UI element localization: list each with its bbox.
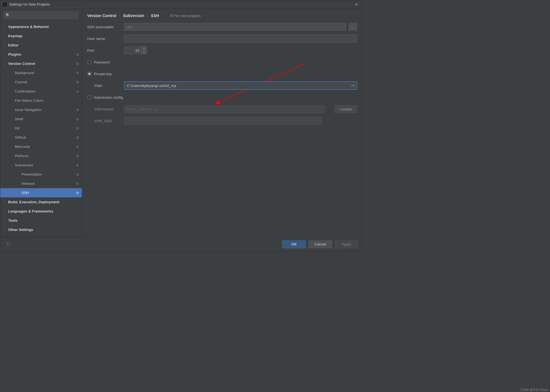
sidebar-item-version-control[interactable]: ⌄Version Control⧉: [0, 59, 82, 68]
radio-private-key-label: Private key: [94, 72, 112, 76]
sidebar-item-subversion[interactable]: ⌄Subversion⧉: [0, 160, 82, 170]
sidebar-item-label: Confirmation: [14, 89, 75, 93]
sidebar-item-label: Editor: [7, 43, 80, 47]
copy-icon: ⧉: [75, 80, 80, 84]
main-panel: Version Control › Subversion › SSH ⧉ For…: [82, 9, 362, 237]
sidebar-item-other-settings[interactable]: ›Other Settings: [0, 225, 82, 234]
sidebar-item-editor[interactable]: ›Editor: [0, 41, 82, 50]
footer: ? OK Cancel Apply: [0, 237, 362, 251]
sidebar-item-label: Build, Execution, Deployment: [7, 200, 80, 204]
copy-icon: ⧉: [75, 71, 80, 75]
chevron-icon: ⌄: [3, 62, 7, 65]
username-input[interactable]: [124, 35, 357, 42]
chevron-icon: ›: [3, 228, 7, 231]
sidebar-item-label: Appearance & Behavior: [7, 25, 80, 29]
sidebar-item-keymap[interactable]: ›Keymap: [0, 31, 82, 41]
copy-icon: ⧉: [75, 173, 80, 176]
radio-password[interactable]: Password: [87, 60, 110, 64]
sidebar-item-label: Subversion: [14, 163, 75, 167]
chevron-icon: ›: [3, 25, 7, 28]
stepper-up-icon[interactable]: ▲: [141, 47, 147, 51]
ssh-executable-input[interactable]: [124, 23, 346, 31]
sidebar: 🔍 ›Appearance & Behavior›Keymap›Editor›P…: [0, 9, 82, 237]
settings-tree: ›Appearance & Behavior›Keymap›Editor›Plu…: [0, 21, 82, 237]
chevron-icon: ›: [3, 210, 7, 213]
radio-private-key[interactable]: Private key: [87, 72, 112, 76]
radio-subversion-config-label: Subversion config: [94, 95, 123, 100]
sidebar-item-label: Other Settings: [7, 228, 80, 232]
sidebar-item-background[interactable]: ›Background⧉: [0, 68, 82, 77]
settings-window: IJ Settings for New Projects ✕ 🔍 ›Appear…: [0, 0, 362, 252]
for-new-projects-hint: ⧉ For new projects: [170, 13, 201, 18]
search-icon: 🔍: [6, 13, 10, 17]
copy-icon: ⧉: [75, 117, 80, 121]
breadcrumb-item[interactable]: SSH: [151, 13, 159, 18]
sidebar-item-perforce[interactable]: ›Perforce⧉: [0, 151, 82, 160]
copy-icon: ⧉: [75, 62, 80, 66]
radio-icon: [87, 72, 92, 76]
radio-password-label: Password: [94, 60, 110, 64]
app-icon: IJ: [3, 2, 7, 7]
sidebar-item-languages-frameworks[interactable]: ›Languages & Frameworks: [0, 207, 82, 216]
sidebar-item-github[interactable]: ›GitHub⧉: [0, 133, 82, 142]
copy-icon: ⧉: [75, 136, 80, 140]
ok-button[interactable]: OK: [282, 240, 306, 248]
copy-icon: ⧉: [75, 108, 80, 112]
window-title: Settings for New Projects: [9, 2, 353, 6]
svn-ssh-label: SVN_SSH:: [94, 119, 121, 123]
breadcrumb-item[interactable]: Subversion: [123, 13, 144, 18]
radio-subversion-config[interactable]: Subversion config: [87, 95, 123, 100]
sidebar-item-label: Perforce: [14, 154, 75, 158]
sidebar-item-tools[interactable]: ›Tools: [0, 216, 82, 225]
breadcrumb-item[interactable]: Version Control: [87, 13, 116, 18]
sidebar-item-plugins[interactable]: ›Plugins⧉: [0, 50, 82, 59]
help-button[interactable]: ?: [4, 241, 11, 248]
sidebar-item-mercurial[interactable]: ›Mercurial⧉: [0, 142, 82, 151]
copy-icon: ⧉: [75, 145, 80, 149]
sidebar-item-label: GitHub: [14, 135, 75, 140]
search-input[interactable]: [4, 11, 79, 19]
sidebar-item-label: Commit: [14, 80, 75, 84]
sidebar-item-label: Background: [14, 71, 75, 75]
private-key-path-input[interactable]: [124, 81, 357, 90]
close-icon[interactable]: ✕: [353, 2, 360, 7]
apply-button[interactable]: Apply: [335, 240, 358, 248]
sidebar-item-shelf[interactable]: ›Shelf⧉: [0, 114, 82, 124]
sidebar-item-label: Version Control: [7, 62, 75, 66]
sidebar-item-issue-navigation[interactable]: ›Issue Navigation⧉: [0, 105, 82, 114]
ssh-tunnel-label: SSH tunnel:: [94, 107, 121, 111]
sidebar-item-ssh[interactable]: ›SSH⧉: [0, 188, 82, 197]
sidebar-item-label: Issue Navigation: [14, 108, 75, 112]
sidebar-item-label: Languages & Frameworks: [7, 209, 80, 213]
folder-icon[interactable]: 🗁: [351, 83, 355, 88]
port-stepper[interactable]: ▲ ▼: [124, 46, 147, 54]
sidebar-item-label: File Status Colors: [14, 98, 80, 103]
radio-icon: [87, 95, 92, 100]
sidebar-item-file-status-colors[interactable]: ›File Status Colors: [0, 96, 82, 105]
sidebar-item-network[interactable]: ›Network⧉: [0, 179, 82, 188]
copy-icon: ⧉: [75, 53, 80, 56]
port-input[interactable]: [124, 46, 141, 54]
sidebar-item-confirmation[interactable]: ›Confirmation⧉: [0, 87, 82, 96]
sidebar-item-build-execution-deployment[interactable]: ›Build, Execution, Deployment: [0, 197, 82, 207]
sidebar-item-label: Keymap: [7, 34, 80, 38]
chevron-icon: ⌄: [10, 164, 14, 167]
sidebar-item-commit[interactable]: ›Commit⧉: [0, 77, 82, 87]
copy-icon: ⧉: [75, 154, 80, 158]
sidebar-item-label: Presentation: [20, 172, 75, 176]
chevron-right-icon: ›: [119, 14, 120, 17]
copy-icon: ⧉: [75, 182, 80, 186]
sidebar-item-appearance-behavior[interactable]: ›Appearance & Behavior: [0, 22, 82, 31]
sidebar-item-label: Git: [14, 126, 75, 130]
breadcrumb: Version Control › Subversion › SSH ⧉ For…: [82, 9, 362, 23]
browse-executable-button[interactable]: …: [349, 23, 357, 31]
stepper-down-icon[interactable]: ▼: [141, 51, 147, 54]
ssh-form: SSH executable: … User name: Port: ▲ ▼: [82, 23, 362, 125]
sidebar-item-git[interactable]: ›Git⧉: [0, 124, 82, 133]
copy-icon: ⧉: [75, 191, 80, 195]
update-button[interactable]: Update: [335, 105, 357, 113]
sidebar-item-presentation[interactable]: ›Presentation⧉: [0, 170, 82, 179]
copy-icon: ⧉: [170, 13, 173, 18]
cancel-button[interactable]: Cancel: [309, 240, 332, 248]
svn-ssh-input: [124, 117, 322, 125]
